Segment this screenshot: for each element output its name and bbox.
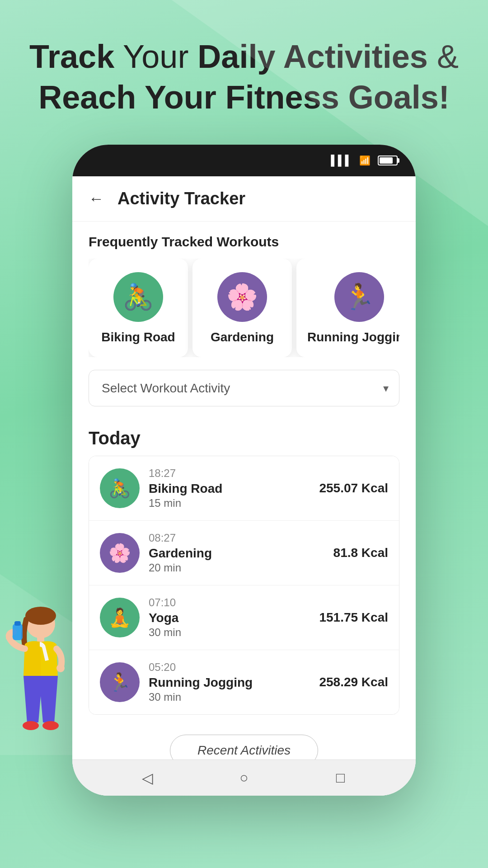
activity-list: 🚴 18:27 Biking Road 15 min 255.07 Kcal 🌸… xyxy=(89,456,399,715)
biking-kcal: 255.07 Kcal xyxy=(319,481,388,495)
phone-screen: ← Activity Tracker Frequently Tracked Wo… xyxy=(72,176,416,796)
workout-card-gardening[interactable]: 🌸 Gardening xyxy=(192,259,292,357)
running-activity-info: 05:20 Running Jogging 30 min xyxy=(149,661,310,703)
running-time: 05:20 xyxy=(149,661,310,674)
activity-item-yoga[interactable]: 🧘 07:10 Yoga 30 min 151.75 Kcal xyxy=(89,585,399,650)
workout-dropdown-container: Select Workout Activity Biking Road Gard… xyxy=(89,370,399,406)
yoga-time: 07:10 xyxy=(149,596,310,609)
svg-rect-3 xyxy=(13,624,23,640)
svg-point-7 xyxy=(42,721,59,730)
yoga-name: Yoga xyxy=(149,611,310,625)
hero-track: Track xyxy=(29,38,114,75)
app-header: ← Activity Tracker xyxy=(72,176,416,222)
workout-cards-row: 🚴 Biking Road 🌸 Gardening 🏃 Running Jogg… xyxy=(89,259,399,357)
running-activity-icon: 🏃 xyxy=(100,662,140,702)
gardening-card-label: Gardening xyxy=(211,330,274,344)
activity-item-gardening[interactable]: 🌸 08:27 Gardening 20 min 81.8 Kcal xyxy=(89,521,399,585)
hero-daily: Daily Activities xyxy=(197,38,428,75)
biking-name: Biking Road xyxy=(149,481,310,496)
gardening-name: Gardening xyxy=(149,546,324,561)
running-duration: 30 min xyxy=(149,691,310,703)
gardening-time: 08:27 xyxy=(149,532,324,544)
hero-your: Your xyxy=(123,38,197,75)
page-title: Activity Tracker xyxy=(117,189,245,208)
gardening-activity-icon: 🌸 xyxy=(100,533,140,573)
nav-bar: ◁ ○ □ xyxy=(72,760,416,796)
phone-mockup: ▌▌▌ 📶 ← Activity Tracker Frequently Trac… xyxy=(72,145,416,796)
nav-recent-button[interactable]: □ xyxy=(327,764,354,792)
running-name: Running Jogging xyxy=(149,675,310,690)
yoga-activity-icon: 🧘 xyxy=(100,598,140,637)
wifi-icon: 📶 xyxy=(359,155,371,166)
frequently-tracked-section: Frequently Tracked Workouts xyxy=(72,222,416,259)
biking-activity-icon: 🚴 xyxy=(100,468,140,508)
status-bar: ▌▌▌ 📶 xyxy=(72,145,416,176)
biking-time: 18:27 xyxy=(149,467,310,480)
running-card-label: Running Jogging xyxy=(307,330,399,344)
activity-item-running[interactable]: 🏃 05:20 Running Jogging 30 min 258.29 Kc… xyxy=(89,650,399,714)
today-section: Today 🚴 18:27 Biking Road 15 min 255.07 … xyxy=(72,419,416,715)
running-kcal: 258.29 Kcal xyxy=(319,675,388,689)
yoga-duration: 30 min xyxy=(149,626,310,639)
back-button[interactable]: ← xyxy=(89,190,104,208)
svg-rect-4 xyxy=(14,621,21,626)
nav-home-button[interactable]: ○ xyxy=(230,764,258,792)
activity-item-biking[interactable]: 🚴 18:27 Biking Road 15 min 255.07 Kcal xyxy=(89,456,399,521)
scroll-content: Select Workout Activity Biking Road Gard… xyxy=(72,357,416,760)
workout-card-running[interactable]: 🏃 Running Jogging xyxy=(296,259,399,357)
frequently-tracked-label: Frequently Tracked Workouts xyxy=(89,234,399,250)
recent-activities-button[interactable]: Recent Activities xyxy=(170,735,318,760)
biking-icon-circle: 🚴 xyxy=(113,272,163,322)
workout-cards-container: 🚴 Biking Road 🌸 Gardening 🏃 Running Jogg… xyxy=(72,259,416,357)
girl-illustration xyxy=(0,597,90,741)
nav-back-button[interactable]: ◁ xyxy=(134,764,161,792)
hero-reach: Reach Your Fitness Goals! xyxy=(38,79,450,115)
gardening-icon-circle: 🌸 xyxy=(217,272,267,322)
recent-btn-section: Recent Activities xyxy=(72,726,416,760)
dropdown-section: Select Workout Activity Biking Road Gard… xyxy=(72,357,416,419)
gardening-duration: 20 min xyxy=(149,561,324,574)
biking-activity-info: 18:27 Biking Road 15 min xyxy=(149,467,310,509)
gardening-kcal: 81.8 Kcal xyxy=(333,546,388,560)
workout-activity-select[interactable]: Select Workout Activity Biking Road Gard… xyxy=(89,370,399,406)
biking-duration: 15 min xyxy=(149,497,310,509)
biking-card-label: Biking Road xyxy=(101,330,175,344)
yoga-activity-info: 07:10 Yoga 30 min xyxy=(149,596,310,639)
today-label: Today xyxy=(89,428,399,448)
svg-point-1 xyxy=(25,607,56,625)
running-icon-circle: 🏃 xyxy=(334,272,384,322)
svg-point-5 xyxy=(56,664,65,672)
gardening-activity-info: 08:27 Gardening 20 min xyxy=(149,532,324,574)
svg-point-6 xyxy=(23,721,39,730)
yoga-kcal: 151.75 Kcal xyxy=(319,610,388,625)
battery-icon xyxy=(378,156,398,165)
workout-card-biking[interactable]: 🚴 Biking Road xyxy=(89,259,188,357)
hero-amp: & xyxy=(437,38,459,75)
signal-icon: ▌▌▌ xyxy=(331,155,352,166)
hero-section: Track Your Daily Activities & Reach Your… xyxy=(0,0,488,136)
